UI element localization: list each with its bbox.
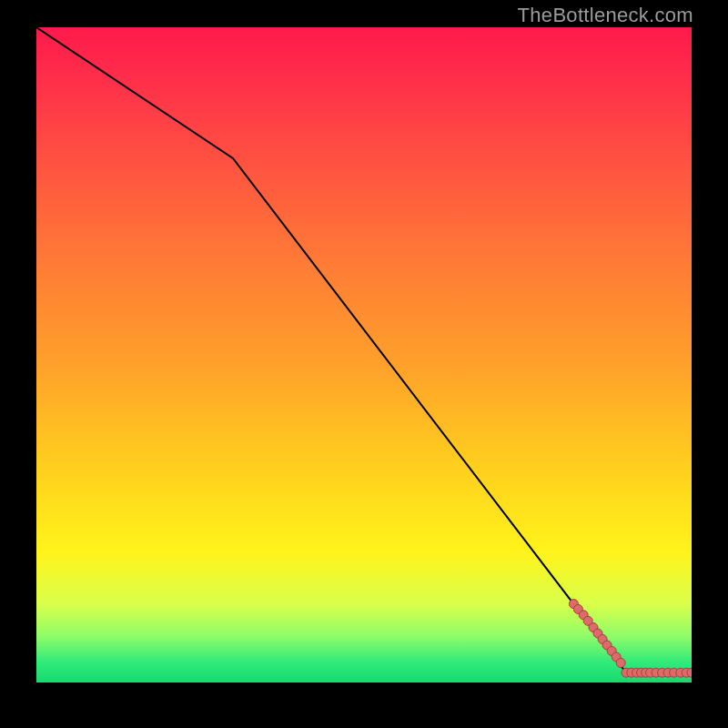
data-point <box>616 658 625 667</box>
bottleneck-curve <box>36 27 692 672</box>
chart-svg <box>36 27 692 682</box>
plot-area <box>36 27 692 682</box>
chart-stage: TheBottleneck.com <box>0 0 728 728</box>
watermark-text: TheBottleneck.com <box>518 4 693 27</box>
scatter-group <box>569 600 692 678</box>
